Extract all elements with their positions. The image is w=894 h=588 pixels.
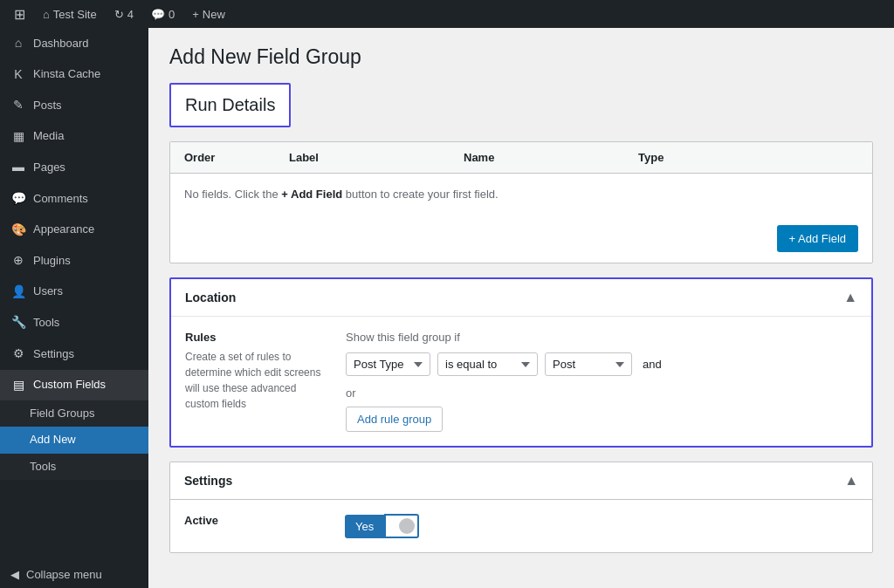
toggle-yes-button[interactable]: Yes: [345, 515, 384, 538]
col-name: Name: [464, 151, 638, 164]
sidebar-item-posts[interactable]: ✎ Posts: [0, 90, 148, 121]
rule-row: Post Type Page Type User Taxonomy is equ…: [346, 352, 857, 376]
location-panel-header: Location ▲: [171, 279, 871, 317]
toggle-slider[interactable]: [384, 514, 419, 538]
field-group-title-box: Run Details: [169, 83, 291, 127]
sidebar: ⌂ Dashboard K Kinsta Cache ✎ Posts ▦ Med…: [0, 28, 148, 588]
sidebar-item-pages[interactable]: ▬ Pages: [0, 152, 148, 183]
new-content-button[interactable]: + New: [185, 0, 232, 28]
plugins-icon: ⊕: [10, 252, 26, 270]
settings-collapse-icon[interactable]: ▲: [844, 473, 858, 489]
main-layout: ⌂ Dashboard K Kinsta Cache ✎ Posts ▦ Med…: [0, 28, 894, 588]
location-title: Location: [185, 291, 236, 304]
rules-desc: Create a set of rules to determine which…: [185, 349, 325, 412]
col-order: Order: [184, 151, 289, 164]
settings-panel-header: Settings ▲: [170, 462, 872, 500]
sidebar-item-add-new[interactable]: Add New: [0, 427, 148, 453]
and-label: and: [639, 358, 665, 371]
no-fields-message: No fields. Click the + Add Field button …: [184, 188, 858, 201]
comments-icon: 💬: [151, 8, 165, 21]
add-rule-group-button[interactable]: Add rule group: [346, 407, 443, 432]
add-field-inline-label: + Add Field: [281, 188, 342, 201]
appearance-icon: 🎨: [10, 222, 26, 239]
rules-label-col: Rules Create a set of rules to determine…: [185, 331, 325, 432]
value-select[interactable]: Post Page Attachment: [545, 352, 632, 376]
users-icon: 👤: [10, 284, 26, 301]
active-toggle[interactable]: Yes: [345, 514, 858, 538]
collapse-menu-button[interactable]: ◀ Collapse menu: [0, 561, 148, 588]
sidebar-item-kinsta-cache[interactable]: K Kinsta Cache: [0, 59, 148, 91]
pages-icon: ▬: [10, 159, 26, 176]
rules-content-col: Show this field group if Post Type Page …: [346, 331, 857, 432]
kinsta-icon: K: [10, 66, 26, 84]
sidebar-item-comments[interactable]: 💬 Comments: [0, 183, 148, 215]
sidebar-item-media[interactable]: ▦ Media: [0, 121, 148, 153]
posts-icon: ✎: [10, 97, 26, 114]
home-icon: ⌂: [43, 8, 50, 21]
sidebar-item-dashboard[interactable]: ⌂ Dashboard: [0, 28, 148, 59]
settings-label-col: Active: [184, 514, 324, 527]
col-label: Label: [289, 151, 464, 164]
location-collapse-icon[interactable]: ▲: [843, 290, 857, 305]
settings-title: Settings: [184, 474, 232, 488]
site-name[interactable]: ⌂ Test Site: [36, 0, 104, 28]
sidebar-item-tools-sub[interactable]: Tools: [0, 454, 148, 480]
media-icon: ▦: [10, 128, 26, 146]
condition-select[interactable]: is equal to is not equal to: [437, 352, 538, 376]
field-group-title: Run Details: [185, 95, 275, 114]
sidebar-item-users[interactable]: 👤 Users: [0, 277, 148, 308]
post-type-select[interactable]: Post Type Page Type User Taxonomy: [346, 352, 430, 376]
dashboard-icon: ⌂: [10, 35, 26, 52]
admin-bar: ⊞ ⌂ Test Site ↻ 4 💬 0 + New: [0, 0, 894, 28]
table-body: No fields. Click the + Add Field button …: [170, 174, 872, 215]
custom-fields-icon: ▤: [10, 377, 26, 394]
fields-table: Order Label Name Type No fields. Click t…: [169, 141, 873, 263]
settings-panel: Settings ▲ Active Yes: [169, 462, 873, 553]
sidebar-item-settings[interactable]: ⚙ Settings: [0, 338, 148, 370]
tools-icon: 🔧: [10, 314, 26, 332]
collapse-icon: ◀: [10, 568, 19, 581]
col-type: Type: [638, 151, 858, 164]
settings-icon: ⚙: [10, 345, 26, 363]
main-content: Add New Field Group Run Details Order La…: [148, 28, 894, 588]
settings-body: Active Yes: [170, 500, 872, 552]
comments-button[interactable]: 💬 0: [144, 0, 182, 28]
location-panel-body: Rules Create a set of rules to determine…: [171, 317, 871, 446]
location-panel: Location ▲ Rules Create a set of rules t…: [169, 277, 873, 448]
sidebar-item-custom-fields[interactable]: ▤ Custom Fields: [0, 370, 148, 401]
updates-icon: ↻: [114, 8, 124, 21]
sidebar-item-tools[interactable]: 🔧 Tools: [0, 307, 148, 338]
updates-button[interactable]: ↻ 4: [107, 0, 141, 28]
sidebar-item-field-groups[interactable]: Field Groups: [0, 400, 148, 427]
comments-sidebar-icon: 💬: [10, 190, 26, 208]
settings-content-col: Yes: [345, 514, 858, 538]
wp-icon: ⊞: [14, 6, 25, 23]
custom-fields-submenu: Field Groups Add New Tools: [0, 400, 148, 480]
add-field-button[interactable]: + Add Field: [777, 225, 858, 252]
page-title: Add New Field Group: [169, 45, 873, 69]
sidebar-item-appearance[interactable]: 🎨 Appearance: [0, 215, 148, 246]
or-label: or: [346, 386, 857, 400]
show-if-label: Show this field group if: [346, 331, 857, 344]
add-field-row: + Add Field: [170, 215, 872, 263]
sidebar-item-plugins[interactable]: ⊕ Plugins: [0, 245, 148, 277]
plus-icon: +: [192, 8, 199, 21]
wp-logo[interactable]: ⊞: [7, 0, 32, 28]
toggle-dot: [399, 518, 415, 534]
rules-title: Rules: [185, 331, 325, 344]
table-header: Order Label Name Type: [170, 142, 872, 174]
active-label: Active: [184, 514, 218, 527]
